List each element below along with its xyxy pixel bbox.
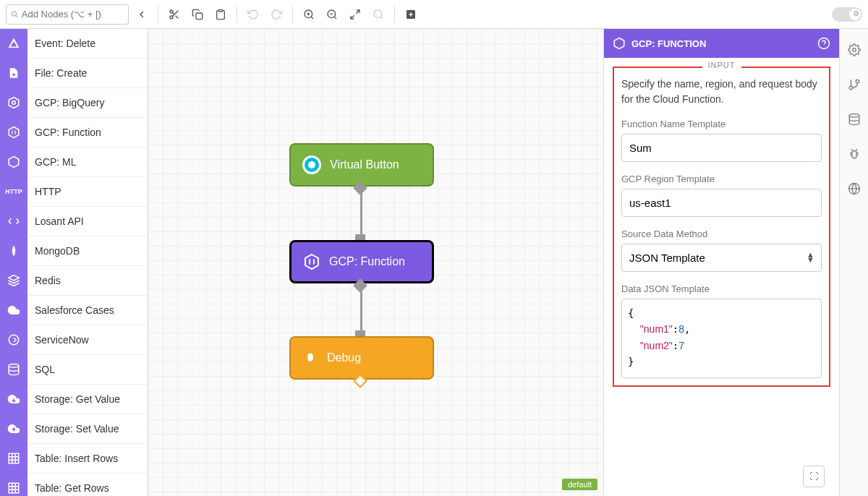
cloud-down-icon <box>0 385 27 414</box>
virtual-button-node[interactable]: Virtual Button <box>289 143 434 187</box>
sidebar-item[interactable]: MongoDB <box>0 236 148 266</box>
svg-marker-25 <box>9 127 19 138</box>
sidebar-item[interactable]: Table: Get Rows <box>0 474 148 496</box>
sidebar-item[interactable]: GCP: BigQuery <box>0 88 148 118</box>
node-label: GCP: Function <box>329 255 405 268</box>
table-icon <box>0 444 27 474</box>
table-icon <box>0 474 27 497</box>
sidebar-item[interactable]: Salesforce Cases <box>0 296 148 325</box>
method-select[interactable]: JSON Template <box>621 244 822 272</box>
debug-node[interactable]: Debug <box>289 336 434 380</box>
add-nodes-search[interactable] <box>6 4 129 25</box>
svg-line-14 <box>334 17 336 19</box>
method-label: Source Data Method <box>621 228 822 239</box>
svg-line-16 <box>356 10 359 14</box>
sidebar-item[interactable]: ServiceNow <box>0 325 148 355</box>
section-legend: INPUT <box>702 61 741 69</box>
svg-rect-30 <box>9 453 19 463</box>
svg-marker-26 <box>9 157 19 168</box>
workflow-canvas[interactable]: Virtual Button GCP: Function Debug defau… <box>148 29 603 496</box>
sidebar-item[interactable]: File: Create <box>0 59 148 88</box>
svg-line-5 <box>176 15 179 18</box>
sidebar-item-label: Event: Delete <box>27 38 95 49</box>
branch-icon[interactable] <box>848 78 861 91</box>
sidebar-item[interactable]: GCP: Function <box>0 118 148 147</box>
sidebar-item[interactable]: Losant API <box>0 207 148 236</box>
svg-point-2 <box>170 10 173 13</box>
svg-point-44 <box>852 48 856 52</box>
expand-editor-button[interactable]: ⛶ <box>803 466 825 487</box>
sidebar-item[interactable]: Storage: Get Value <box>0 385 148 414</box>
svg-rect-35 <box>9 483 19 493</box>
gcp-function-node[interactable]: GCP: Function <box>289 240 434 283</box>
help-icon[interactable] <box>817 37 830 50</box>
json-label: Data JSON Template <box>621 283 822 294</box>
hex-braces-icon <box>613 37 626 50</box>
sidebar-item[interactable]: SQL <box>0 355 148 385</box>
globe-icon[interactable] <box>848 182 861 195</box>
virtual-button-icon <box>302 155 321 174</box>
bug-icon[interactable] <box>848 147 861 161</box>
sidebar-item-label: Storage: Get Value <box>27 393 120 405</box>
sidebar-item[interactable]: Redis <box>0 266 148 296</box>
add-button[interactable] <box>401 4 421 25</box>
svg-point-29 <box>9 364 19 368</box>
svg-marker-23 <box>9 98 19 108</box>
cloud-up-icon <box>0 414 27 444</box>
file-plus-icon <box>0 59 27 88</box>
svg-marker-41 <box>614 38 624 49</box>
svg-point-28 <box>9 335 19 345</box>
sidebar-item-label: Table: Insert Rows <box>27 453 118 464</box>
region-input[interactable] <box>621 189 822 217</box>
back-button[interactable] <box>132 4 152 25</box>
sidebar-item[interactable]: GCP: ML <box>0 147 148 177</box>
svg-line-6 <box>172 12 174 14</box>
debug-toggle[interactable]: ⚙ <box>832 7 862 22</box>
svg-point-48 <box>849 114 859 118</box>
panel-title: GCP: FUNCTION <box>631 38 706 49</box>
stack-icon <box>0 266 27 296</box>
function-name-input[interactable] <box>621 134 822 162</box>
node-palette: Event: DeleteFile: CreateGCP: BigQueryGC… <box>0 29 148 496</box>
right-icon-rail <box>839 29 868 496</box>
hexagon-icon <box>0 147 27 177</box>
zoom-reset-button[interactable] <box>368 4 388 25</box>
sidebar-item-label: ServiceNow <box>27 334 89 346</box>
arrows-icon <box>0 207 27 236</box>
region-label: GCP Region Template <box>621 174 822 184</box>
search-icon <box>11 10 19 19</box>
database-icon[interactable] <box>848 113 861 126</box>
sidebar-item-label: Redis <box>27 275 61 286</box>
svg-point-46 <box>856 80 859 83</box>
undo-button[interactable] <box>243 4 263 25</box>
separator <box>158 6 158 23</box>
node-label: Virtual Button <box>330 158 399 171</box>
input-section: INPUT Specify the name, region, and requ… <box>613 67 830 387</box>
svg-rect-8 <box>218 9 222 12</box>
sidebar-item[interactable]: Table: Insert Rows <box>0 444 148 474</box>
redo-button[interactable] <box>266 4 286 25</box>
svg-rect-49 <box>852 151 856 159</box>
sidebar-item-label: Losant API <box>27 215 84 227</box>
search-input[interactable] <box>22 9 124 20</box>
sidebar-item[interactable]: HTTPHTTP <box>0 177 148 207</box>
sidebar-item[interactable]: Event: Delete <box>0 29 148 59</box>
sidebar-item-label: GCP: Function <box>27 127 101 138</box>
separator <box>394 6 395 23</box>
separator <box>292 6 293 23</box>
section-description: Specify the name, region, and request bo… <box>621 77 822 107</box>
gear-icon[interactable] <box>848 43 861 56</box>
fit-button[interactable] <box>345 4 365 25</box>
json-template-input[interactable]: { "num1":8, "num2":7} <box>621 299 822 378</box>
cut-button[interactable] <box>164 4 184 25</box>
zoom-in-button[interactable] <box>299 4 319 25</box>
hex-braces-icon <box>0 118 27 147</box>
bug-icon <box>302 350 318 366</box>
sidebar-item[interactable]: Storage: Set Value <box>0 414 148 444</box>
copy-button[interactable] <box>187 4 208 25</box>
top-toolbar: ⚙ <box>0 0 868 29</box>
zoom-out-button[interactable] <box>322 4 342 25</box>
paste-button[interactable] <box>210 4 231 25</box>
svg-point-0 <box>12 11 16 15</box>
svg-line-19 <box>380 17 383 19</box>
